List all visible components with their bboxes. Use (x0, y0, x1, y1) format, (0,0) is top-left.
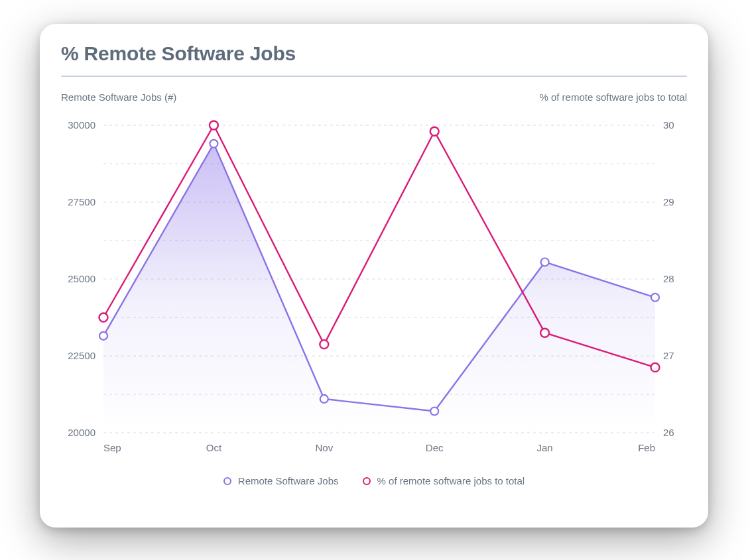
chart-title: % Remote Software Jobs (61, 42, 687, 65)
chart-svg: 20000225002500027500300002627282930SepOc… (61, 112, 687, 470)
circle-icon (223, 477, 231, 485)
x-tick: Oct (206, 442, 222, 453)
y-right-tick: 30 (663, 119, 674, 131)
series-percent-point (540, 329, 549, 337)
y-left-tick: 25000 (68, 273, 95, 284)
axis-titles: Remote Software Jobs (#) % of remote sof… (61, 91, 687, 103)
y-right-tick: 29 (663, 196, 674, 207)
chart-card: % Remote Software Jobs Remote Software J… (40, 24, 708, 528)
legend: Remote Software Jobs % of remote softwar… (61, 475, 687, 486)
x-tick: Dec (426, 442, 444, 453)
series-percent-point (430, 127, 439, 136)
series-remote-jobs-point (541, 258, 549, 266)
circle-icon (363, 477, 371, 485)
y-right-label: % of remote software jobs to total (539, 91, 687, 103)
series-remote-jobs-point (430, 408, 438, 416)
y-left-tick: 27500 (68, 196, 95, 207)
series-remote-jobs-point (651, 294, 659, 302)
series-percent-point (99, 313, 108, 322)
x-tick: Nov (315, 442, 333, 453)
y-left-tick: 22500 (68, 350, 95, 361)
series-percent-point (210, 121, 218, 130)
series-remote-jobs-point (99, 332, 107, 340)
y-right-tick: 26 (663, 427, 674, 438)
x-tick: Feb (638, 442, 655, 453)
y-left-label: Remote Software Jobs (#) (61, 91, 176, 103)
legend-label: Remote Software Jobs (238, 475, 339, 486)
legend-item-percent: % of remote software jobs to total (363, 475, 525, 486)
legend-label: % of remote software jobs to total (377, 475, 525, 486)
y-right-tick: 27 (663, 350, 674, 361)
series-percent-point (320, 340, 328, 349)
series-remote-jobs-area (103, 144, 655, 433)
title-rule (61, 76, 687, 77)
series-percent-point (651, 363, 660, 372)
legend-item-remote-jobs: Remote Software Jobs (223, 475, 339, 486)
x-tick: Jan (537, 442, 553, 453)
series-remote-jobs-point (320, 395, 328, 403)
y-left-tick: 20000 (68, 427, 95, 438)
y-left-tick: 30000 (68, 119, 95, 131)
x-tick: Sep (103, 442, 121, 453)
chart-area: 20000225002500027500300002627282930SepOc… (61, 112, 687, 470)
y-right-tick: 28 (663, 273, 674, 284)
series-remote-jobs-point (210, 140, 218, 148)
